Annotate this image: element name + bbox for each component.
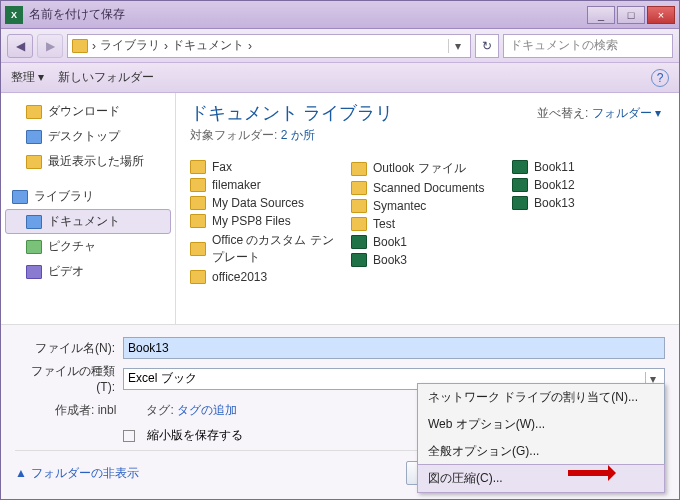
file-item[interactable]: Book3 xyxy=(351,251,504,269)
breadcrumb-item[interactable]: ライブラリ xyxy=(100,37,160,54)
save-thumbnail-label: 縮小版を保存する xyxy=(147,427,243,444)
breadcrumb-sep: › xyxy=(92,39,96,53)
folder-item[interactable]: Outlook ファイル xyxy=(351,158,504,179)
excel-file-icon xyxy=(512,160,528,174)
folder-item[interactable]: office2013 xyxy=(190,268,343,286)
nav-pane: ダウンロードデスクトップ最近表示した場所ライブラリドキュメントピクチャビデオ xyxy=(1,93,176,324)
chevron-up-icon: ▲ xyxy=(15,466,27,480)
file-list-pane: ドキュメント ライブラリ 対象フォルダー: 2 か所 並べ替え: フォルダー ▾… xyxy=(176,93,679,324)
filetype-label: ファイルの種類(T): xyxy=(15,363,115,394)
folder-icon xyxy=(190,196,206,210)
folder-item[interactable]: Fax xyxy=(190,158,343,176)
excel-file-icon xyxy=(512,178,528,192)
folder-item[interactable]: Test xyxy=(351,215,504,233)
tools-menu-item[interactable]: Web オプション(W)... xyxy=(418,411,664,438)
help-icon[interactable]: ? xyxy=(651,69,669,87)
folder-item[interactable]: My Data Sources xyxy=(190,194,343,212)
organize-button[interactable]: 整理 ▾ xyxy=(11,69,44,86)
folder-icon xyxy=(72,39,88,53)
folder-icon xyxy=(351,217,367,231)
file-item[interactable]: Book11 xyxy=(512,158,665,176)
author-value[interactable]: inbl xyxy=(98,403,117,417)
annotation-arrow xyxy=(568,466,624,480)
folder-icon xyxy=(351,181,367,195)
new-folder-button[interactable]: 新しいフォルダー xyxy=(58,69,154,86)
form-area: ファイル名(N): ファイルの種類(T): Excel ブック▾ 作成者: in… xyxy=(1,324,679,499)
search-input[interactable]: ドキュメントの検索 xyxy=(503,34,673,58)
file-item[interactable]: Book12 xyxy=(512,176,665,194)
close-button[interactable]: × xyxy=(647,6,675,24)
folder-icon xyxy=(190,178,206,192)
folder-icon xyxy=(26,155,42,169)
author-label: 作成者: xyxy=(55,403,94,417)
breadcrumb-item[interactable]: ドキュメント xyxy=(172,37,244,54)
save-as-dialog: X 名前を付けて保存 _ □ × ◀ ▶ › ライブラリ › ドキュメント › … xyxy=(0,0,680,500)
tools-menu-item[interactable]: 図の圧縮(C)... xyxy=(417,464,665,493)
folder-icon xyxy=(26,130,42,144)
filename-label: ファイル名(N): xyxy=(15,340,115,357)
tools-menu: ネットワーク ドライブの割り当て(N)...Web オプション(W)...全般オ… xyxy=(417,383,665,493)
library-locations-link[interactable]: 2 か所 xyxy=(281,128,315,142)
breadcrumb[interactable]: › ライブラリ › ドキュメント › ▾ xyxy=(67,34,471,58)
nav-library-item[interactable]: ドキュメント xyxy=(5,209,171,234)
folder-icon xyxy=(190,214,206,228)
sort-dropdown[interactable]: フォルダー ▾ xyxy=(592,106,661,120)
library-icon xyxy=(12,190,28,204)
nav-library-item[interactable]: ピクチャ xyxy=(5,234,171,259)
file-item[interactable]: Book1 xyxy=(351,233,504,251)
folder-icon xyxy=(26,265,42,279)
folder-icon xyxy=(190,270,206,284)
maximize-button[interactable]: □ xyxy=(617,6,645,24)
address-bar-row: ◀ ▶ › ライブラリ › ドキュメント › ▾ ↻ ドキュメントの検索 xyxy=(1,29,679,63)
breadcrumb-sep: › xyxy=(164,39,168,53)
nav-item[interactable]: デスクトップ xyxy=(5,124,171,149)
breadcrumb-dropdown[interactable]: ▾ xyxy=(448,39,466,53)
filename-input[interactable] xyxy=(123,337,665,359)
minimize-button[interactable]: _ xyxy=(587,6,615,24)
tools-menu-item[interactable]: ネットワーク ドライブの割り当て(N)... xyxy=(418,384,664,411)
file-item[interactable]: Book13 xyxy=(512,194,665,212)
hide-folders-toggle[interactable]: ▲ フォルダーの非表示 xyxy=(15,465,139,482)
refresh-button[interactable]: ↻ xyxy=(475,34,499,58)
library-subtitle: 対象フォルダー: 2 か所 xyxy=(190,127,665,144)
folder-icon xyxy=(351,162,367,176)
nav-libraries-header[interactable]: ライブラリ xyxy=(5,184,171,209)
tools-menu-item[interactable]: 全般オプション(G)... xyxy=(418,438,664,465)
nav-library-item[interactable]: ビデオ xyxy=(5,259,171,284)
folder-icon xyxy=(26,215,42,229)
breadcrumb-sep: › xyxy=(248,39,252,53)
folder-icon xyxy=(351,199,367,213)
folder-item[interactable]: My PSP8 Files xyxy=(190,212,343,230)
window-title: 名前を付けて保存 xyxy=(29,6,587,23)
nav-back-button[interactable]: ◀ xyxy=(7,34,33,58)
nav-forward-button: ▶ xyxy=(37,34,63,58)
folder-item[interactable]: Symantec xyxy=(351,197,504,215)
tag-value[interactable]: タグの追加 xyxy=(177,403,237,417)
excel-file-icon xyxy=(351,235,367,249)
folder-item[interactable]: filemaker xyxy=(190,176,343,194)
folder-icon xyxy=(26,105,42,119)
titlebar[interactable]: X 名前を付けて保存 _ □ × xyxy=(1,1,679,29)
folder-item[interactable]: Scanned Documents xyxy=(351,179,504,197)
sort-control[interactable]: 並べ替え: フォルダー ▾ xyxy=(537,105,661,122)
excel-file-icon xyxy=(351,253,367,267)
tag-label: タグ: xyxy=(146,403,173,417)
folder-icon xyxy=(190,160,206,174)
nav-item[interactable]: ダウンロード xyxy=(5,99,171,124)
save-thumbnail-checkbox[interactable] xyxy=(123,430,135,442)
excel-file-icon xyxy=(512,196,528,210)
folder-icon xyxy=(190,242,206,256)
folder-icon xyxy=(26,240,42,254)
toolbar: 整理 ▾ 新しいフォルダー ? xyxy=(1,63,679,93)
nav-item[interactable]: 最近表示した場所 xyxy=(5,149,171,174)
folder-item[interactable]: Office のカスタム テンプレート xyxy=(190,230,343,268)
excel-app-icon: X xyxy=(5,6,23,24)
